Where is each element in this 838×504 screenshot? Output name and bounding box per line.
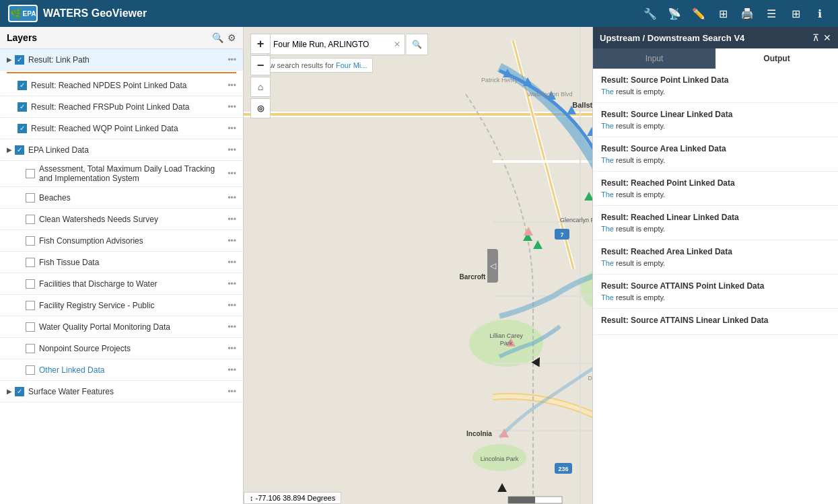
result-source-linear: Result: Source Linear Linked Data The re… (593, 103, 838, 137)
more-options-surface-water[interactable]: ••• (228, 387, 236, 396)
expand-arrow[interactable]: ▶ (7, 56, 12, 63)
minimize-icon[interactable]: ⊼ (812, 32, 819, 43)
svg-text:Lillian Carey: Lillian Carey (489, 332, 523, 339)
layer-item-other[interactable]: Other Linked Data ••• (0, 359, 243, 381)
filter-icon[interactable]: ⚙ (228, 32, 236, 43)
result-reached-point-title: Result: Reached Point Linked Data (601, 178, 830, 188)
layer-item-fish-tissue[interactable]: Fish Tissue Data ••• (0, 252, 243, 273)
expand-arrow-epa[interactable]: ▶ (7, 146, 12, 153)
print-icon[interactable]: 🖨️ (737, 3, 757, 24)
more-options-link-path[interactable]: ••• (228, 55, 236, 65)
table-icon[interactable]: ⊞ (713, 3, 733, 24)
more-options-facilities[interactable]: ••• (228, 279, 236, 289)
sidebar-controls: 🔍 ⚙ (212, 32, 236, 43)
layer-divider (7, 72, 236, 73)
layer-checkbox-attains[interactable] (26, 169, 35, 178)
more-options-beaches[interactable]: ••• (228, 193, 236, 203)
layer-checkbox-npdes[interactable]: ✓ (18, 81, 27, 90)
results-content: Result: Source Point Linked Data The res… (593, 69, 838, 504)
pencil-icon[interactable]: ✏️ (689, 3, 709, 24)
expand-arrow-surface[interactable]: ▶ (7, 388, 12, 395)
layer-name-wqp: Result: Reached WQP Point Linked Data (31, 124, 228, 133)
layer-item-link-path[interactable]: ▶ ✓ Result: Link Path ••• (0, 49, 243, 71)
svg-text:Park: Park (500, 340, 513, 347)
result-source-area-msg: The result is empty. (601, 156, 830, 164)
layer-checkbox-fish-tissue[interactable] (26, 258, 35, 267)
layer-checkbox-link-path[interactable]: ✓ (15, 55, 24, 65)
layer-item-frs[interactable]: Facility Registry Service - Public ••• (0, 295, 243, 316)
more-options-fish-tissue[interactable]: ••• (228, 258, 236, 267)
layer-checkbox-wqp2[interactable] (26, 322, 35, 332)
tab-input[interactable]: Input (593, 48, 715, 69)
svg-text:Barcroft: Barcroft (460, 273, 487, 281)
layer-checkbox-other[interactable] (26, 365, 35, 375)
layer-name-facilities: Facilities that Discharge to Water (39, 279, 228, 289)
result-source-point: Result: Source Point Linked Data The res… (593, 69, 838, 103)
layer-name-beaches: Beaches (39, 193, 228, 203)
layer-item-surface-water[interactable]: ▶ ✓ Surface Water Features ••• (0, 381, 243, 402)
result-source-attains-point-msg: The result is empty. (601, 293, 830, 301)
layer-item-beaches[interactable]: Beaches ••• (0, 187, 243, 209)
right-panel-header: Upstream / Downstream Search V4 ⊼ ✕ (593, 27, 838, 48)
layer-checkbox-fish-advisory[interactable] (26, 236, 35, 246)
search-icon[interactable]: 🔍 (212, 32, 223, 43)
search-clear-button[interactable]: ✕ (394, 40, 400, 49)
layer-checkbox-nonpoint[interactable] (26, 344, 35, 353)
zoom-out-button[interactable]: − (250, 55, 271, 75)
layer-checkbox-beaches[interactable] (26, 193, 35, 203)
wrench-icon[interactable]: 🔧 (640, 3, 660, 24)
layer-group-epa[interactable]: ▶ ✓ EPA Linked Data ••• (0, 139, 243, 161)
more-options-frs[interactable]: ••• (228, 301, 236, 310)
more-options-attains[interactable]: ••• (228, 169, 236, 178)
list-icon[interactable]: ☰ (761, 3, 781, 24)
coordinates-display: ↕ -77.106 38.894 Degrees (250, 494, 335, 502)
more-options-nonpoint[interactable]: ••• (228, 344, 236, 353)
layer-item-npdes[interactable]: ✓ Result: Reached NPDES Point Linked Dat… (0, 75, 243, 96)
info-icon[interactable]: ℹ (810, 3, 830, 24)
more-options-wqp2[interactable]: ••• (228, 322, 236, 332)
layer-item-wqp2[interactable]: Water Quality Portal Monitoring Data ••• (0, 316, 243, 338)
layer-checkbox-frspub[interactable]: ✓ (18, 102, 27, 112)
zoom-in-button[interactable]: + (250, 34, 271, 54)
layer-name-wqp2: Water Quality Portal Monitoring Data (39, 322, 228, 332)
layer-name-attains: Assessment, Total Maximum Daily Load Tra… (39, 164, 228, 183)
sidebar-collapse-button[interactable]: ◁ (487, 249, 498, 283)
layer-checkbox-facilities[interactable] (26, 279, 35, 289)
more-options-other[interactable]: ••• (228, 365, 236, 375)
result-source-area-title: Result: Source Area Linked Data (601, 144, 830, 153)
svg-rect-104 (508, 497, 535, 503)
layer-checkbox-epa[interactable]: ✓ (15, 145, 24, 155)
more-options-npdes[interactable]: ••• (228, 81, 236, 90)
more-options-fish-advisory[interactable]: ••• (228, 236, 236, 246)
search-hint-link[interactable]: Four Mi... (336, 61, 367, 69)
layer-item-fish-advisory[interactable]: Fish Consumption Advisories ••• (0, 230, 243, 252)
layer-checkbox-frs[interactable] (26, 301, 35, 310)
more-options-frspub[interactable]: ••• (228, 102, 236, 112)
more-options-wqp[interactable]: ••• (228, 124, 236, 133)
result-reached-point-msg: The result is empty. (601, 190, 830, 199)
search-input[interactable] (273, 40, 391, 49)
layer-item-wqp[interactable]: ✓ Result: Reached WQP Point Linked Data … (0, 118, 243, 139)
grid-icon[interactable]: ⊞ (785, 3, 806, 24)
layer-checkbox-surface-water[interactable]: ✓ (15, 387, 24, 396)
more-options-cwns[interactable]: ••• (228, 215, 236, 224)
locate-button[interactable]: ◎ (250, 98, 271, 118)
layer-item-nonpoint[interactable]: Nonpoint Source Projects ••• (0, 338, 243, 359)
layer-checkbox-wqp[interactable]: ✓ (18, 124, 27, 133)
more-options-epa[interactable]: ••• (228, 145, 236, 155)
home-button[interactable]: ⌂ (250, 77, 271, 97)
layer-name-frspub: Result: Reached FRSPub Point Linked Data (31, 102, 228, 112)
signal-icon[interactable]: 📡 (664, 3, 685, 24)
layer-name-frs: Facility Registry Service - Public (39, 301, 228, 310)
layer-item-frspub[interactable]: ✓ Result: Reached FRSPub Point Linked Da… (0, 96, 243, 118)
search-button[interactable]: 🔍 (407, 34, 428, 55)
layer-item-cwns[interactable]: Clean Watersheds Needs Survey ••• (0, 209, 243, 230)
layer-item-facilities[interactable]: Facilities that Discharge to Water ••• (0, 273, 243, 295)
tab-output[interactable]: Output (715, 48, 838, 69)
close-icon[interactable]: ✕ (823, 32, 831, 43)
result-source-point-msg: The result is empty. (601, 87, 830, 96)
main-content: Layers 🔍 ⚙ ▶ ✓ Result: Link Path ••• ✓ R… (0, 27, 838, 504)
map-container[interactable]: 7 236 (244, 27, 592, 504)
layer-checkbox-cwns[interactable] (26, 215, 35, 224)
layer-item-attains[interactable]: Assessment, Total Maximum Daily Load Tra… (0, 161, 243, 187)
